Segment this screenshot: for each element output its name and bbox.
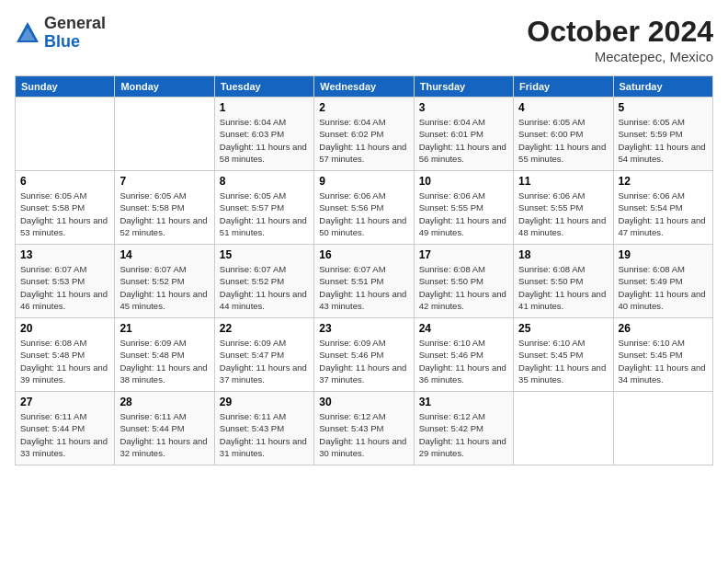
calendar-cell: 11Sunrise: 6:06 AM Sunset: 5:55 PM Dayli… [514,171,613,245]
day-number: 5 [619,101,708,114]
calendar-cell: 27Sunrise: 6:11 AM Sunset: 5:44 PM Dayli… [16,392,115,465]
page-header: General Blue October 2024 Mecatepec, Mex… [15,15,713,64]
weekday-header: Tuesday [214,76,313,98]
calendar-cell: 2Sunrise: 6:04 AM Sunset: 6:02 PM Daylig… [314,98,414,171]
calendar-week-row: 1Sunrise: 6:04 AM Sunset: 6:03 PM Daylig… [16,98,713,171]
day-detail: Sunrise: 6:07 AM Sunset: 5:51 PM Dayligh… [319,263,408,312]
calendar-cell: 21Sunrise: 6:09 AM Sunset: 5:48 PM Dayli… [115,318,214,392]
day-number: 31 [419,396,508,408]
day-detail: Sunrise: 6:11 AM Sunset: 5:43 PM Dayligh… [220,410,309,459]
calendar-week-row: 6Sunrise: 6:05 AM Sunset: 5:58 PM Daylig… [16,171,713,245]
calendar-cell: 16Sunrise: 6:07 AM Sunset: 5:51 PM Dayli… [314,245,414,318]
month-year: October 2024 [527,15,713,49]
weekday-header: Wednesday [314,76,414,98]
day-detail: Sunrise: 6:04 AM Sunset: 6:01 PM Dayligh… [419,116,508,165]
day-detail: Sunrise: 6:06 AM Sunset: 5:55 PM Dayligh… [518,190,608,238]
day-detail: Sunrise: 6:06 AM Sunset: 5:55 PM Dayligh… [419,190,508,238]
calendar-cell: 14Sunrise: 6:07 AM Sunset: 5:52 PM Dayli… [115,245,214,318]
day-detail: Sunrise: 6:08 AM Sunset: 5:49 PM Dayligh… [619,263,708,312]
calendar-cell: 4Sunrise: 6:05 AM Sunset: 6:00 PM Daylig… [514,98,613,171]
calendar-week-row: 27Sunrise: 6:11 AM Sunset: 5:44 PM Dayli… [16,392,713,465]
calendar-cell: 5Sunrise: 6:05 AM Sunset: 5:59 PM Daylig… [613,98,712,171]
day-number: 11 [518,175,608,188]
day-detail: Sunrise: 6:08 AM Sunset: 5:50 PM Dayligh… [518,263,608,312]
logo-general: General [44,14,106,32]
day-number: 2 [319,101,408,114]
calendar-cell [115,98,214,171]
weekday-header: Saturday [613,76,712,98]
day-number: 29 [220,396,309,408]
calendar-cell: 12Sunrise: 6:06 AM Sunset: 5:54 PM Dayli… [613,171,712,245]
day-number: 3 [419,101,508,114]
day-number: 22 [220,322,309,335]
calendar-cell: 25Sunrise: 6:10 AM Sunset: 5:45 PM Dayli… [514,318,613,392]
day-detail: Sunrise: 6:10 AM Sunset: 5:45 PM Dayligh… [518,337,608,385]
weekday-header-row: SundayMondayTuesdayWednesdayThursdayFrid… [16,76,713,98]
day-number: 26 [619,322,708,335]
day-number: 14 [119,248,209,261]
day-number: 27 [20,396,109,408]
day-number: 25 [518,322,608,335]
day-detail: Sunrise: 6:06 AM Sunset: 5:54 PM Dayligh… [619,190,708,238]
calendar-cell: 22Sunrise: 6:09 AM Sunset: 5:47 PM Dayli… [214,318,313,392]
day-number: 9 [319,175,408,188]
day-detail: Sunrise: 6:09 AM Sunset: 5:48 PM Dayligh… [119,337,209,385]
day-number: 17 [419,248,508,261]
calendar-cell: 24Sunrise: 6:10 AM Sunset: 5:46 PM Dayli… [414,318,513,392]
day-number: 8 [220,175,309,188]
calendar-cell: 20Sunrise: 6:08 AM Sunset: 5:48 PM Dayli… [16,318,115,392]
calendar-cell: 18Sunrise: 6:08 AM Sunset: 5:50 PM Dayli… [514,245,613,318]
day-detail: Sunrise: 6:10 AM Sunset: 5:45 PM Dayligh… [619,337,708,385]
day-number: 1 [220,101,309,114]
logo-icon [15,20,40,46]
day-number: 23 [319,322,408,335]
logo-text: General Blue [44,15,106,52]
day-detail: Sunrise: 6:09 AM Sunset: 5:46 PM Dayligh… [319,337,408,385]
calendar-cell: 9Sunrise: 6:06 AM Sunset: 5:56 PM Daylig… [314,171,414,245]
day-number: 7 [119,175,209,188]
title-block: October 2024 Mecatepec, Mexico [527,15,713,64]
calendar-cell: 10Sunrise: 6:06 AM Sunset: 5:55 PM Dayli… [414,171,513,245]
day-detail: Sunrise: 6:08 AM Sunset: 5:48 PM Dayligh… [20,337,109,385]
weekday-header: Friday [514,76,613,98]
day-detail: Sunrise: 6:07 AM Sunset: 5:52 PM Dayligh… [119,263,209,312]
day-number: 15 [220,248,309,261]
day-detail: Sunrise: 6:05 AM Sunset: 5:58 PM Dayligh… [119,190,209,238]
calendar-cell: 17Sunrise: 6:08 AM Sunset: 5:50 PM Dayli… [414,245,513,318]
day-number: 30 [319,396,408,408]
day-number: 6 [20,175,109,188]
day-detail: Sunrise: 6:07 AM Sunset: 5:53 PM Dayligh… [20,263,109,312]
calendar-table: SundayMondayTuesdayWednesdayThursdayFrid… [15,75,713,465]
day-number: 24 [419,322,508,335]
calendar-cell: 13Sunrise: 6:07 AM Sunset: 5:53 PM Dayli… [16,245,115,318]
calendar-cell: 15Sunrise: 6:07 AM Sunset: 5:52 PM Dayli… [214,245,313,318]
calendar-cell: 29Sunrise: 6:11 AM Sunset: 5:43 PM Dayli… [214,392,313,465]
day-detail: Sunrise: 6:04 AM Sunset: 6:03 PM Dayligh… [220,116,309,165]
day-number: 4 [518,101,608,114]
day-detail: Sunrise: 6:11 AM Sunset: 5:44 PM Dayligh… [20,410,109,459]
weekday-header: Thursday [414,76,513,98]
logo-blue: Blue [44,32,80,51]
calendar-cell [613,392,712,465]
day-detail: Sunrise: 6:10 AM Sunset: 5:46 PM Dayligh… [419,337,508,385]
day-detail: Sunrise: 6:07 AM Sunset: 5:52 PM Dayligh… [220,263,309,312]
calendar-cell: 23Sunrise: 6:09 AM Sunset: 5:46 PM Dayli… [314,318,414,392]
day-number: 28 [119,396,209,408]
day-detail: Sunrise: 6:08 AM Sunset: 5:50 PM Dayligh… [419,263,508,312]
logo: General Blue [15,15,106,52]
day-detail: Sunrise: 6:05 AM Sunset: 5:59 PM Dayligh… [619,116,708,165]
weekday-header: Monday [115,76,214,98]
day-number: 13 [20,248,109,261]
calendar-cell: 6Sunrise: 6:05 AM Sunset: 5:58 PM Daylig… [16,171,115,245]
calendar-cell: 28Sunrise: 6:11 AM Sunset: 5:44 PM Dayli… [115,392,214,465]
day-detail: Sunrise: 6:05 AM Sunset: 5:57 PM Dayligh… [220,190,309,238]
calendar-week-row: 20Sunrise: 6:08 AM Sunset: 5:48 PM Dayli… [16,318,713,392]
day-detail: Sunrise: 6:09 AM Sunset: 5:47 PM Dayligh… [220,337,309,385]
calendar-cell: 3Sunrise: 6:04 AM Sunset: 6:01 PM Daylig… [414,98,513,171]
day-detail: Sunrise: 6:06 AM Sunset: 5:56 PM Dayligh… [319,190,408,238]
calendar-cell [16,98,115,171]
day-number: 21 [119,322,209,335]
calendar-cell: 19Sunrise: 6:08 AM Sunset: 5:49 PM Dayli… [613,245,712,318]
calendar-cell: 30Sunrise: 6:12 AM Sunset: 5:43 PM Dayli… [314,392,414,465]
day-detail: Sunrise: 6:12 AM Sunset: 5:42 PM Dayligh… [419,410,508,459]
